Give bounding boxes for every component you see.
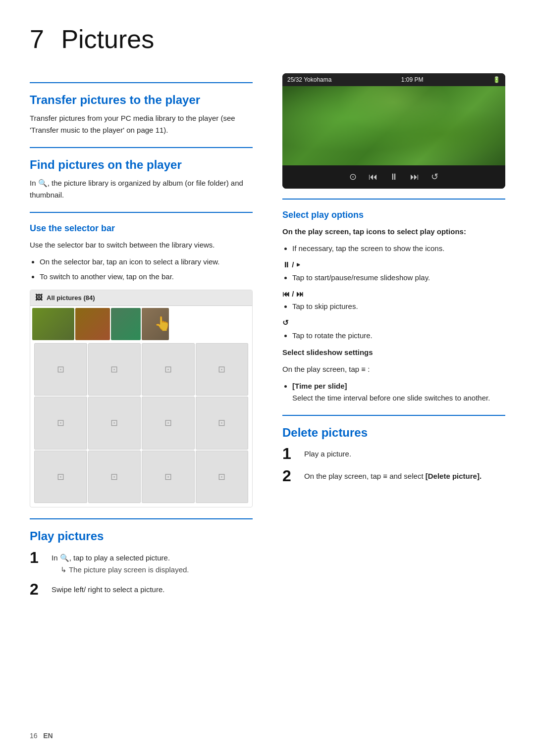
icon-rotate-row: ↺ — [282, 317, 505, 329]
gallery-grid-6 — [88, 397, 141, 450]
divider-find — [30, 147, 253, 148]
delete-step-1: 1 Play a picture. — [282, 445, 505, 462]
find-body: In 🔍, the picture library is organized b… — [30, 177, 253, 201]
device-image-area — [282, 86, 505, 165]
slideshow-heading: Select slideshow settings — [282, 347, 505, 358]
slideshow-item-bold: [Time per slide] — [292, 382, 347, 390]
slideshow-intro: On the play screen, tap ≡ : — [282, 363, 505, 375]
delete-step-2-text: On the play screen, tap ≡ and select [De… — [304, 472, 482, 480]
slideshow-item-body: Select the time interval before one slid… — [292, 394, 490, 402]
gallery-mockup: 🖼 All pictures (84) 👆 — [30, 290, 253, 507]
play-section: Play pictures 1 In 🔍, tap to play a sele… — [30, 518, 253, 598]
ctrl-settings-icon: ⊙ — [349, 170, 357, 184]
selector-bullet-2: To switch to another view, tap on the ba… — [40, 271, 253, 283]
gallery-grid-5 — [34, 397, 87, 450]
play-step-2-text: Swipe left/ right to select a picture. — [52, 585, 164, 594]
selector-bullets: On the selector bar, tap an icon to sele… — [40, 256, 253, 283]
delete-step-2: 2 On the play screen, tap ≡ and select [… — [282, 467, 505, 485]
rotate-bullet: Tap to rotate the picture. — [292, 330, 505, 342]
icon-pause-play-row: ⏸ / ▶ — [282, 259, 505, 271]
ctrl-rotate-icon: ↺ — [431, 170, 438, 184]
divider-transfer — [30, 82, 253, 83]
gallery-grid-1 — [34, 343, 87, 396]
step-number-2: 2 — [30, 581, 52, 598]
gallery-grid — [32, 341, 250, 505]
select-play-heading: Select play options — [282, 208, 505, 222]
gallery-grid-8 — [196, 397, 249, 450]
select-play-intro-bold: On the play screen, tap icons to select … — [282, 227, 466, 236]
chapter-number: 7 — [30, 25, 44, 53]
selector-section: Use the selector bar Use the selector ba… — [30, 212, 253, 507]
transfer-section: Transfer pictures to the player Transfer… — [30, 82, 253, 136]
device-screenshot: 25/32 Yokohama 1:09 PM 🔋 ⊙ ⏮ ⏸ ⏭ ↺ — [282, 73, 505, 189]
icon-skip-row: ⏮ / ⏭ — [282, 289, 505, 300]
rotate-bullets: Tap to rotate the picture. — [292, 330, 505, 342]
play-heading: Play pictures — [30, 528, 253, 544]
gallery-thumb-4: 👆 — [142, 308, 169, 340]
transfer-body: Transfer pictures from your PC media lib… — [30, 112, 253, 136]
find-heading: Find pictures on the player — [30, 157, 253, 172]
gallery-grid-10 — [88, 451, 141, 504]
select-play-bullets: If necessary, tap the screen to show the… — [292, 243, 505, 254]
chapter-name: Pictures — [61, 25, 154, 53]
divider-selector — [30, 212, 253, 213]
selector-heading: Use the selector bar — [30, 222, 253, 235]
gallery-grid-9 — [34, 451, 87, 504]
divider-play — [30, 518, 253, 519]
gallery-grid-11 — [142, 451, 195, 504]
ctrl-pause-icon: ⏸ — [389, 170, 398, 184]
gallery-header: 🖼 All pictures (84) — [30, 290, 252, 306]
skip-icon: ⏮ / ⏭ — [282, 289, 304, 300]
ctrl-prev-icon: ⏮ — [369, 170, 377, 184]
chapter-title: 7 Pictures — [30, 20, 505, 58]
page-number: 16 — [30, 732, 38, 740]
page-footer: 16 EN — [30, 731, 53, 741]
step-number-1: 1 — [30, 549, 52, 566]
selector-body: Use the selector bar to switch between t… — [30, 239, 253, 251]
gallery-thumb-3 — [111, 308, 141, 340]
transfer-heading: Transfer pictures to the player — [30, 92, 253, 107]
device-status-right: 1:09 PM — [401, 75, 424, 84]
gallery-thumb-2 — [75, 308, 110, 340]
play-step-2: 2 Swipe left/ right to select a picture. — [30, 581, 253, 598]
gallery-grid-7 — [142, 397, 195, 450]
device-battery-icon: 🔋 — [493, 75, 500, 84]
gallery-header-label: All pictures (84) — [47, 293, 95, 303]
gallery-grid-3 — [142, 343, 195, 396]
select-play-intro: On the play screen, tap icons to select … — [282, 226, 505, 238]
delete-bold: [Delete picture]. — [426, 472, 482, 480]
play-step-1: 1 In 🔍, tap to play a selected picture. … — [30, 549, 253, 576]
play-step-1-sub: The picture play screen is displayed. — [52, 564, 189, 576]
slideshow-item: [Time per slide] Select the time interva… — [292, 380, 505, 404]
divider-delete — [282, 415, 505, 416]
delete-step-number-2: 2 — [282, 467, 304, 485]
device-status-left: 25/32 Yokohama — [287, 75, 331, 84]
gallery-thumb-1 — [32, 308, 74, 340]
pause-play-bullets: Tap to start/pause/resume slideshow play… — [292, 272, 505, 284]
gallery-grid-2 — [88, 343, 141, 396]
delete-section: Delete pictures 1 Play a picture. 2 On t… — [282, 415, 505, 485]
ctrl-next-icon: ⏭ — [410, 170, 419, 184]
slideshow-heading-bold: Select slideshow settings — [282, 348, 373, 356]
divider-select-play — [282, 199, 505, 200]
play-step-1-text: In 🔍, tap to play a selected picture. — [52, 554, 170, 562]
delete-step-1-text: Play a picture. — [304, 450, 351, 458]
skip-bullet: Tap to skip pictures. — [292, 301, 505, 312]
device-controls: ⊙ ⏮ ⏸ ⏭ ↺ — [282, 165, 505, 189]
delete-heading: Delete pictures — [282, 425, 505, 440]
gallery-grid-4 — [196, 343, 249, 396]
find-section: Find pictures on the player In 🔍, the pi… — [30, 147, 253, 201]
select-play-bullet-1: If necessary, tap the screen to show the… — [292, 243, 505, 254]
selector-bullet-1: On the selector bar, tap an icon to sele… — [40, 256, 253, 268]
rotate-icon: ↺ — [282, 317, 289, 329]
delete-step-number-1: 1 — [282, 445, 304, 462]
select-play-section: Select play options On the play screen, … — [282, 199, 505, 404]
page-lang: EN — [43, 732, 53, 740]
pause-play-bullet: Tap to start/pause/resume slideshow play… — [292, 272, 505, 284]
gallery-grid-12 — [196, 451, 249, 504]
slideshow-bullets: [Time per slide] Select the time interva… — [292, 380, 505, 404]
device-statusbar: 25/32 Yokohama 1:09 PM 🔋 — [282, 73, 505, 86]
pause-play-icon: ⏸ / ▶ — [282, 259, 300, 271]
skip-bullets: Tap to skip pictures. — [292, 301, 505, 312]
gallery-icon: 🖼 — [35, 292, 43, 303]
